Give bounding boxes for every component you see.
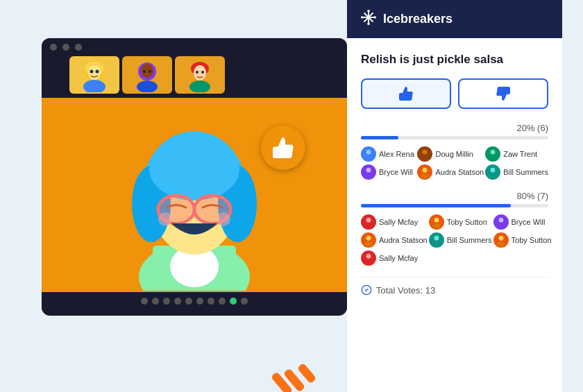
nav-dot-7[interactable] xyxy=(208,298,214,305)
disagree-voters-grid: Sally Mcfay Toby Sutton Bryce Will xyxy=(361,214,548,266)
svg-point-14 xyxy=(366,168,371,173)
agree-bar-bg xyxy=(361,136,548,139)
voter-name: Bryce Will xyxy=(512,218,546,226)
svg-point-13 xyxy=(489,155,497,160)
voter-item: Doug Millin xyxy=(417,146,484,162)
nav-dot-2[interactable] xyxy=(152,298,159,305)
thumbs-down-button[interactable] xyxy=(458,78,548,109)
right-panel: Icebreakers Relish is just pickle salsa … xyxy=(347,0,562,392)
nav-dot-9[interactable] xyxy=(230,298,237,305)
svg-point-28 xyxy=(434,236,439,241)
voter-avatar xyxy=(361,232,376,248)
svg-point-9 xyxy=(364,155,372,160)
window-dot-1 xyxy=(50,44,57,51)
voter-item: Toby Sutton xyxy=(493,232,552,248)
svg-point-10 xyxy=(423,150,428,155)
svg-point-24 xyxy=(498,218,503,223)
vote-buttons xyxy=(361,78,548,109)
voter-name: Alex Rena xyxy=(379,150,414,158)
voter-avatar xyxy=(493,214,509,230)
svg-point-29 xyxy=(432,241,440,246)
voter-avatar xyxy=(493,232,509,248)
agree-bar-fill xyxy=(361,136,398,139)
thumbs-up-button[interactable] xyxy=(361,78,451,109)
icebreakers-icon xyxy=(361,10,376,28)
svg-point-32 xyxy=(366,254,371,259)
svg-point-21 xyxy=(364,223,372,228)
voter-name: Sally Mcfay xyxy=(379,254,418,262)
thumb-avatar-2 xyxy=(122,56,172,94)
disagree-bar-bg xyxy=(361,204,548,207)
panel-header: Icebreakers xyxy=(347,0,562,38)
panel-content: Relish is just pickle salsa 20% (6) xyxy=(347,38,562,392)
svg-point-7 xyxy=(374,17,375,18)
nav-dot-4[interactable] xyxy=(174,298,181,305)
total-votes-text: Total Votes: 13 xyxy=(376,285,435,296)
voter-name: Bill Summers xyxy=(447,236,492,244)
voter-item: Alex Rena xyxy=(361,146,416,162)
voter-name: Bryce Will xyxy=(379,168,413,176)
voter-avatar xyxy=(429,232,444,248)
svg-point-43 xyxy=(143,70,146,73)
nav-dot-10[interactable] xyxy=(241,298,248,305)
thumbs-up-overlay-icon xyxy=(271,135,296,160)
agree-percent: 20% (6) xyxy=(361,123,548,133)
voter-avatar xyxy=(485,164,500,180)
svg-point-15 xyxy=(364,173,372,178)
voter-item: Bryce Will xyxy=(493,214,552,230)
decorative-slashes xyxy=(271,336,326,385)
nav-dot-6[interactable] xyxy=(196,298,203,305)
voter-avatar xyxy=(361,250,376,266)
svg-point-19 xyxy=(489,173,497,178)
voter-avatar xyxy=(361,146,376,162)
voter-name: Sally Mcfay xyxy=(379,218,418,226)
thumbnail-2 xyxy=(122,56,172,94)
nav-dot-1[interactable] xyxy=(141,298,148,305)
thumbnails-row xyxy=(42,56,347,98)
svg-point-42 xyxy=(141,64,153,78)
svg-point-44 xyxy=(149,70,151,73)
svg-point-49 xyxy=(201,71,204,74)
svg-point-12 xyxy=(491,150,496,155)
svg-point-25 xyxy=(497,223,505,228)
main-video xyxy=(42,98,347,292)
svg-point-45 xyxy=(137,80,158,92)
voter-item: Sally Mcfay xyxy=(361,250,428,266)
voter-name: Zaw Trent xyxy=(503,150,537,158)
voter-avatar xyxy=(429,214,444,230)
svg-point-59 xyxy=(149,138,239,201)
voter-name: Audra Statson xyxy=(379,236,428,244)
voter-item: Bill Summers xyxy=(485,164,548,180)
disagree-percent: 80% (7) xyxy=(361,191,548,201)
voter-avatar xyxy=(485,146,500,162)
voter-name: Audra Statson xyxy=(435,168,484,176)
agree-voters-grid: Alex Rena Doug Millin Zaw Trent xyxy=(361,146,548,180)
svg-point-66 xyxy=(158,212,172,226)
slash-decoration xyxy=(271,336,333,392)
video-bottom-bar xyxy=(42,292,347,310)
svg-point-11 xyxy=(421,155,429,160)
svg-point-23 xyxy=(432,223,440,228)
video-top-bar xyxy=(42,38,347,56)
svg-point-37 xyxy=(88,65,101,80)
voter-item: Sally Mcfay xyxy=(361,214,428,230)
svg-point-20 xyxy=(366,218,371,223)
svg-point-4 xyxy=(368,10,369,12)
svg-point-5 xyxy=(368,23,369,24)
question-text: Relish is just pickle salsa xyxy=(361,52,548,67)
result-section-disagree: 80% (7) Sally Mcfay Toby Sutton xyxy=(361,191,548,266)
window-dot-3 xyxy=(75,44,82,51)
video-area xyxy=(42,38,347,316)
svg-point-40 xyxy=(83,80,105,92)
svg-point-39 xyxy=(96,70,99,74)
svg-point-6 xyxy=(362,17,363,18)
svg-point-22 xyxy=(434,218,439,223)
voter-avatar xyxy=(361,164,376,180)
voter-item: Audra Statson xyxy=(361,232,428,248)
nav-dot-8[interactable] xyxy=(219,298,226,305)
voter-avatar xyxy=(417,164,432,180)
voter-item: Toby Sutton xyxy=(429,214,492,230)
voter-avatar xyxy=(417,146,432,162)
nav-dot-3[interactable] xyxy=(163,298,170,305)
nav-dot-5[interactable] xyxy=(185,298,192,305)
